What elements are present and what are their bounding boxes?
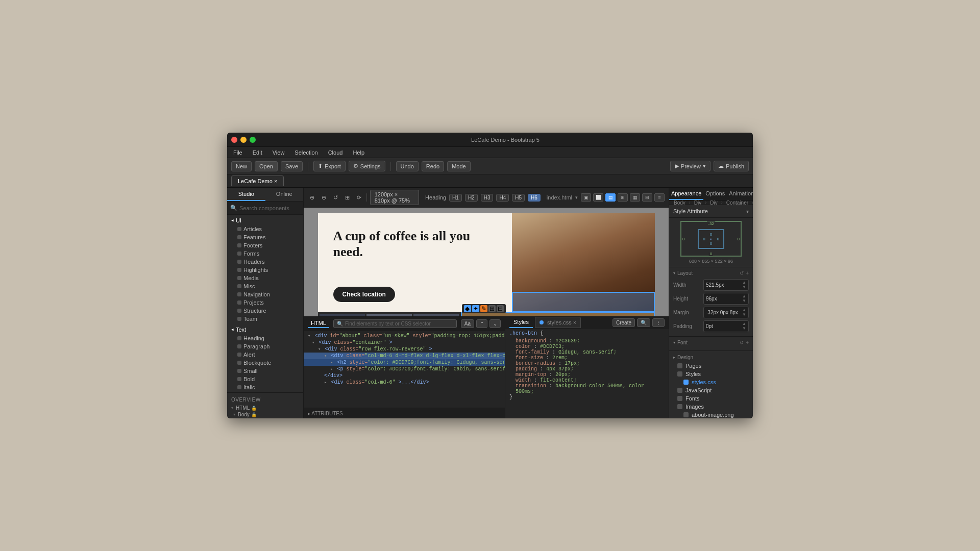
tree-line-1[interactable]: ▾ <div id="about" class="un-skew" style=…: [304, 333, 505, 339]
bc-div1[interactable]: Div: [693, 201, 703, 205]
tab-online[interactable]: Online: [265, 188, 304, 201]
h2-tag[interactable]: H2: [465, 194, 478, 202]
view-icon-3[interactable]: ▤: [605, 193, 616, 202]
font-more-icon[interactable]: +: [746, 340, 749, 345]
ov-item-navbar[interactable]: ▸ Navbar: [227, 418, 303, 418]
menu-view[interactable]: View: [271, 148, 287, 157]
styles-tab-styles[interactable]: Styles: [509, 317, 533, 328]
sidebar-item-headers[interactable]: Headers: [227, 258, 303, 266]
collapse-button[interactable]: ⌄: [489, 319, 501, 328]
minimize-button[interactable]: [240, 137, 247, 143]
view-icon-4[interactable]: ⊞: [618, 193, 628, 202]
rp-tab-options[interactable]: Options: [703, 188, 727, 200]
design-item-styles-css[interactable]: styles.css: [669, 378, 753, 386]
design-item-about-image[interactable]: about-image.png: [669, 411, 753, 418]
h6-tag[interactable]: H6: [528, 194, 541, 202]
tree-line-6[interactable]: ▸ <p style="color: #DCD7C9;font-family: …: [304, 366, 505, 372]
sidebar-item-articles[interactable]: Articles: [227, 225, 303, 233]
settings-button[interactable]: ⚙ Settings: [349, 161, 385, 171]
tree-line-2[interactable]: ▾ <div class="container" >: [304, 339, 505, 346]
zoom-out-button[interactable]: ⊖: [320, 193, 328, 202]
redo-button[interactable]: Redo: [422, 161, 444, 171]
view-icon-2[interactable]: ⬜: [593, 193, 603, 202]
tree-line-3[interactable]: ▾ <div class="row flex-row-reverse" >: [304, 346, 505, 353]
sidebar-item-heading[interactable]: Heading: [227, 334, 303, 342]
design-header[interactable]: ▸ Design: [669, 353, 753, 362]
hero-button[interactable]: Check location: [333, 287, 395, 302]
sidebar-item-projects[interactable]: Projects: [227, 298, 303, 307]
bc-div2[interactable]: Div: [708, 201, 719, 205]
design-item-javascript[interactable]: JavaScript: [669, 386, 753, 394]
bc-container[interactable]: Container: [725, 201, 750, 205]
menu-cloud[interactable]: Cloud: [326, 148, 345, 157]
rotate-button[interactable]: ⟳: [355, 193, 363, 202]
about-tb-btn-2[interactable]: ✦: [472, 305, 479, 312]
reset-view-button[interactable]: ↺: [331, 193, 340, 202]
design-item-fonts[interactable]: Fonts: [669, 394, 753, 403]
menu-selection[interactable]: Selection: [292, 148, 320, 157]
about-tb-btn-3[interactable]: ✎: [480, 305, 487, 312]
view-icon-1[interactable]: ▣: [581, 193, 591, 202]
style-attribute-dropdown[interactable]: ▾: [746, 209, 749, 214]
layout-more-icon[interactable]: +: [746, 270, 749, 276]
sidebar-item-highlights[interactable]: Highlights: [227, 266, 303, 274]
sidebar-item-team[interactable]: Team: [227, 315, 303, 323]
sidebar-item-paragraph[interactable]: Paragraph: [227, 342, 303, 350]
sidebar-section-header-text[interactable]: ▾ Text: [227, 325, 303, 334]
layout-reset-icon[interactable]: ↺: [740, 270, 744, 276]
mode-button[interactable]: Mode: [447, 161, 471, 171]
sidebar-item-features[interactable]: Features: [227, 233, 303, 241]
rp-tab-appearance[interactable]: Appearance: [669, 188, 703, 200]
sidebar-item-small[interactable]: Small: [227, 367, 303, 375]
html-search-input[interactable]: [345, 321, 453, 327]
sidebar-item-misc[interactable]: Misc: [227, 282, 303, 290]
search-style-button[interactable]: 🔍: [637, 318, 650, 327]
about-tb-btn-5[interactable]: ⊟: [497, 305, 504, 312]
view-icon-5[interactable]: ▦: [630, 193, 640, 202]
design-item-pages[interactable]: Pages: [669, 362, 753, 370]
undo-button[interactable]: Undo: [396, 161, 419, 171]
padding-value[interactable]: 0pt ▲ ▼: [703, 320, 749, 332]
sidebar-item-footers[interactable]: Footers: [227, 241, 303, 249]
sidebar-item-structure[interactable]: Structure: [227, 307, 303, 315]
canvas-viewport[interactable]: A cup of coffee is all you need. Check l…: [304, 208, 669, 316]
new-button[interactable]: New: [231, 161, 252, 171]
height-stepper[interactable]: ▲ ▼: [742, 294, 746, 303]
font-reset-icon[interactable]: ↺: [740, 340, 744, 345]
tab-studio[interactable]: Studio: [227, 188, 265, 201]
height-value[interactable]: 96px ▲ ▼: [703, 293, 749, 305]
maximize-button[interactable]: [250, 137, 256, 143]
tab-lecafe-demo[interactable]: LeCafe Demo ×: [231, 176, 284, 186]
padding-stepper[interactable]: ▲ ▼: [742, 322, 746, 331]
width-value[interactable]: 521.5px ▲ ▼: [703, 279, 749, 291]
expand-button[interactable]: ⌃: [476, 319, 487, 328]
margin-value[interactable]: -32px 0px 8px ▲ ▼: [703, 307, 749, 318]
tree-line-5[interactable]: ▸ <h2 style="color: #DCD7C9;font-family:…: [304, 359, 505, 366]
styles-file-tab[interactable]: styles.css ×: [535, 317, 581, 328]
menu-file[interactable]: File: [231, 148, 244, 157]
zoom-in-button[interactable]: ⊕: [308, 193, 316, 202]
ov-item-body[interactable]: ▾ Body 🔒: [227, 411, 303, 418]
menu-edit[interactable]: Edit: [251, 148, 264, 157]
about-tb-btn-4[interactable]: ⊞: [488, 305, 496, 312]
design-item-images[interactable]: Images: [669, 403, 753, 411]
save-button[interactable]: Save: [281, 161, 303, 171]
sidebar-item-bold[interactable]: Bold: [227, 375, 303, 383]
sidebar-section-header-ui[interactable]: ▾ UI: [227, 216, 303, 225]
search-input[interactable]: [239, 205, 304, 211]
font-size-button[interactable]: Aa: [461, 319, 474, 328]
h5-tag[interactable]: H5: [512, 194, 525, 202]
view-icon-7[interactable]: ≡: [654, 193, 665, 202]
h1-tag[interactable]: H1: [449, 194, 462, 202]
more-options-button[interactable]: ⋮: [652, 318, 665, 327]
sidebar-item-blockquote[interactable]: Blockquote: [227, 359, 303, 367]
width-stepper[interactable]: ▲ ▼: [742, 281, 746, 289]
tree-line-7[interactable]: </div>: [304, 372, 505, 379]
sidebar-item-forms[interactable]: Forms: [227, 249, 303, 258]
html-tab[interactable]: HTML: [308, 319, 329, 328]
create-style-button[interactable]: Create: [612, 318, 635, 327]
bc-body[interactable]: Body: [672, 201, 687, 205]
sidebar-item-alert[interactable]: Alert: [227, 350, 303, 359]
tree-line-8[interactable]: ▸ <div class="col-md-6" >...</div>: [304, 379, 505, 386]
view-icon-6[interactable]: ⊟: [642, 193, 652, 202]
